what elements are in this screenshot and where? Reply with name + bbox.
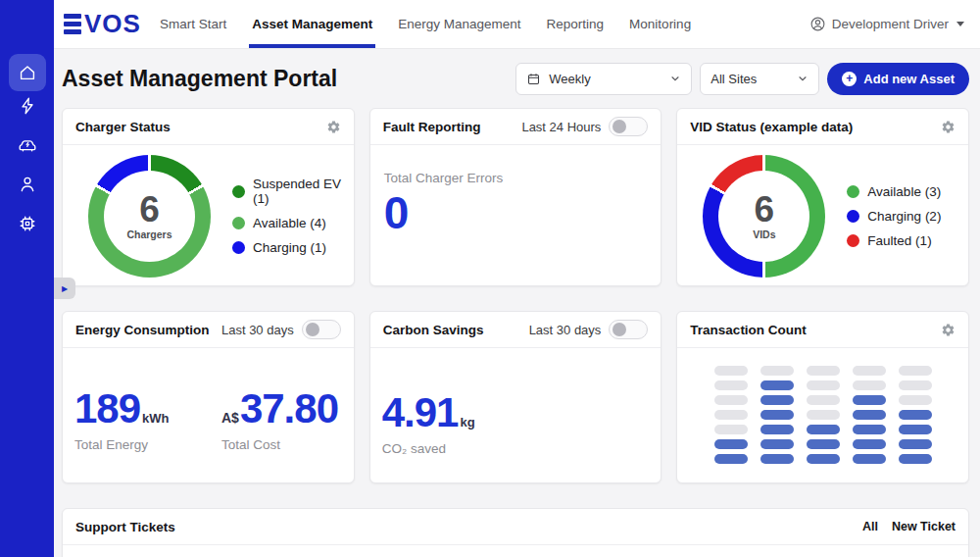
currency-prefix: A$ <box>221 410 239 426</box>
period-select-value: Weekly <box>549 72 590 86</box>
account-circle-icon <box>809 16 826 32</box>
transaction-pill <box>899 380 932 390</box>
plus-icon: + <box>842 72 857 86</box>
add-new-asset-button[interactable]: + Add new Asset <box>827 63 969 95</box>
legend-item: Faulted (1) <box>847 233 941 248</box>
energy-consumption-title: Energy Consumption <box>75 323 210 337</box>
chevron-down-icon <box>797 73 808 84</box>
nav-monitoring[interactable]: Monitoring <box>626 0 694 48</box>
toggle-knob <box>612 120 626 133</box>
support-filter-all[interactable]: All <box>862 520 878 533</box>
charger-status-title: Charger Status <box>75 120 171 134</box>
legend-dot <box>847 185 859 198</box>
transaction-pill <box>714 439 748 449</box>
legend-item: Charging (1) <box>232 240 354 255</box>
transaction-pill <box>714 380 748 390</box>
user-icon <box>17 174 38 195</box>
sidebar-item-home[interactable] <box>9 54 46 91</box>
transaction-pill <box>899 366 932 376</box>
main-nav: Smart Start Asset Management Energy Mana… <box>157 0 694 48</box>
transaction-pill <box>853 454 886 464</box>
fault-metric-value: 0 <box>384 189 648 236</box>
vid-status-card: VID Status (example data) 6 VIDs Availab… <box>676 108 969 286</box>
charger-total-label: Chargers <box>126 228 172 240</box>
transaction-pill <box>853 366 886 376</box>
topbar: VOS Smart Start Asset Management Energy … <box>54 0 980 49</box>
legend-item: Available (4) <box>232 216 354 230</box>
main-content: Asset Management Portal Weekly All Sites… <box>54 49 980 557</box>
transaction-pill <box>807 395 840 405</box>
transaction-pill <box>853 439 886 449</box>
transaction-pill <box>899 410 932 420</box>
vid-status-title: VID Status (example data) <box>690 120 853 134</box>
logo-e-bars <box>64 14 81 34</box>
sidebar-item-ev[interactable] <box>17 134 38 156</box>
legend-dot <box>847 234 859 247</box>
nav-reporting[interactable]: Reporting <box>544 0 608 48</box>
transaction-pill <box>760 380 794 390</box>
transaction-pill <box>714 395 748 405</box>
evos-logo[interactable]: VOS <box>64 9 141 39</box>
calendar-icon <box>526 72 541 86</box>
gear-icon[interactable] <box>941 323 956 337</box>
user-menu-label: Development Driver <box>832 17 949 31</box>
add-new-asset-label: Add new Asset <box>863 72 955 86</box>
gear-icon[interactable] <box>941 120 956 134</box>
transaction-pill <box>714 454 748 464</box>
total-energy-value: 189 <box>74 385 140 431</box>
transaction-pill <box>899 395 932 405</box>
transaction-pill <box>807 425 840 434</box>
carbon-value: 4.91 <box>382 389 459 435</box>
total-cost-metric: A$37.80 Total Cost <box>221 387 355 452</box>
last-30-days-toggle[interactable] <box>302 320 341 339</box>
legend-dot <box>232 217 245 229</box>
sidebar-item-devices[interactable] <box>17 213 38 234</box>
nav-asset-management[interactable]: Asset Management <box>249 0 375 48</box>
transaction-pill <box>714 410 748 420</box>
transaction-pill <box>760 439 794 449</box>
chevron-down-icon <box>669 73 681 84</box>
site-select-value: All Sites <box>710 72 757 86</box>
transaction-pill <box>807 410 840 420</box>
sidebar-item-users[interactable] <box>17 174 38 195</box>
gear-icon[interactable] <box>326 120 341 134</box>
charger-total: 6 <box>139 191 160 228</box>
carbon-savings-card: Carbon Savings Last 30 days 4.91kg CO₂ s… <box>369 311 662 483</box>
support-tickets-title: Support Tickets <box>75 520 175 534</box>
transaction-pill <box>760 395 794 405</box>
page-title: Asset Management Portal <box>62 66 337 92</box>
transaction-pill <box>899 439 932 449</box>
last-30-days-toggle[interactable] <box>609 320 648 339</box>
toggle-knob <box>612 323 626 336</box>
nav-energy-management[interactable]: Energy Management <box>395 0 523 48</box>
legend-item: Charging (2) <box>847 209 941 224</box>
total-energy-label: Total Energy <box>74 437 221 452</box>
user-menu[interactable]: Development Driver <box>809 16 964 32</box>
toggle-knob <box>306 323 319 336</box>
legend-item: Suspended EV (1) <box>232 177 354 206</box>
total-energy-metric: 189kWh Total Energy <box>74 387 221 452</box>
carbon-toggle-label: Last 30 days <box>529 323 602 337</box>
period-select[interactable]: Weekly <box>515 63 692 95</box>
legend-dot <box>232 185 245 198</box>
total-energy-unit: kWh <box>142 411 169 426</box>
nav-smart-start[interactable]: Smart Start <box>157 0 229 48</box>
transaction-pill <box>760 410 794 420</box>
carbon-label: CO₂ saved <box>382 441 662 456</box>
legend-dot <box>847 210 859 223</box>
total-cost-label: Total Cost <box>221 437 355 452</box>
transaction-pill <box>714 366 748 376</box>
transaction-pill <box>760 366 794 376</box>
last-24-hours-toggle[interactable] <box>609 117 648 136</box>
transaction-count-chart <box>677 366 968 464</box>
transaction-pill <box>853 395 886 405</box>
site-select[interactable]: All Sites <box>700 63 819 95</box>
transaction-pill <box>853 425 886 434</box>
charger-status-donut-chart: 6 Chargers <box>88 155 211 278</box>
transaction-pill <box>807 366 840 376</box>
total-cost-value: 37.80 <box>240 385 338 431</box>
vid-status-donut-chart: 6 VIDs <box>703 155 825 278</box>
new-ticket-button[interactable]: New Ticket <box>892 520 956 533</box>
sidebar-item-energy[interactable] <box>17 95 38 117</box>
sidebar-expand-handle[interactable]: ▶ <box>54 278 75 299</box>
